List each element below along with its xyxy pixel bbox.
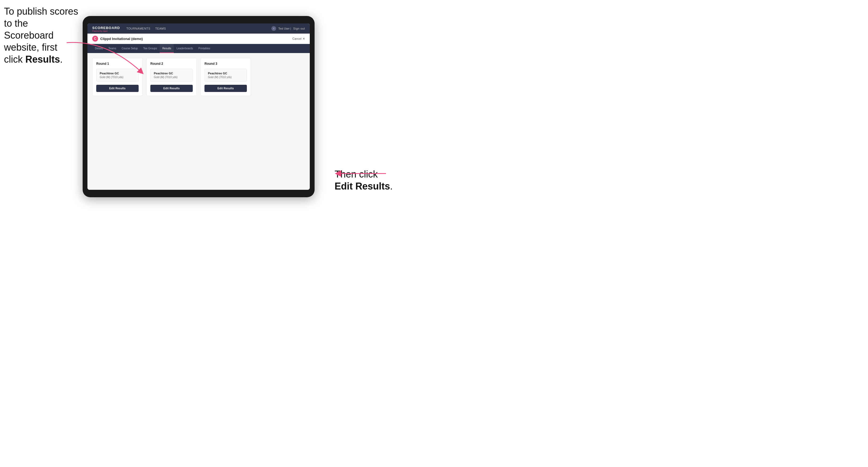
content-area: Round 1 Peachtree GC Gold (M) (7010 yds)… (87, 53, 310, 190)
tablet-device: SCOREBOARD Powered by clippd TOURNAMENTS… (83, 16, 315, 197)
round-1-course-details: Gold (M) (7010 yds) (100, 76, 135, 79)
tab-leaderboards[interactable]: Leaderboards (174, 44, 196, 53)
tournament-header: C Clippd Invitational (demo) Cancel ✕ (87, 34, 310, 44)
round-2-course-details: Gold (M) (7010 yds) (154, 76, 189, 79)
edit-results-button-3[interactable]: Edit Results (205, 85, 247, 92)
tournament-icon: C (92, 36, 98, 41)
logo-text: SCOREBOARD (92, 26, 120, 30)
sub-nav: Details Teams Course Setup Tee Groups Re… (87, 44, 310, 53)
edit-results-button-2[interactable]: Edit Results (150, 85, 193, 92)
round-card-2: Round 2 Peachtree GC Gold (M) (7010 yds)… (146, 58, 197, 96)
round-3-course-card: Peachtree GC Gold (M) (7010 yds) (205, 69, 247, 82)
user-avatar: T (271, 26, 276, 31)
rounds-grid: Round 1 Peachtree GC Gold (M) (7010 yds)… (92, 58, 305, 96)
round-card-3: Round 3 Peachtree GC Gold (M) (7010 yds)… (200, 58, 251, 96)
round-2-title: Round 2 (150, 62, 193, 66)
tab-details[interactable]: Details (92, 44, 106, 53)
cancel-button[interactable]: Cancel ✕ (292, 37, 305, 40)
nav-tournaments[interactable]: TOURNAMENTS (126, 26, 150, 31)
logo-sub: Powered by clippd (92, 30, 120, 32)
edit-results-button-1[interactable]: Edit Results (96, 85, 138, 92)
round-1-course-card: Peachtree GC Gold (M) (7010 yds) (96, 69, 138, 82)
round-3-course-name: Peachtree GC (208, 72, 243, 75)
round-2-course-card: Peachtree GC Gold (M) (7010 yds) (150, 69, 193, 82)
tab-teams[interactable]: Teams (106, 44, 119, 53)
round-1-title: Round 1 (96, 62, 138, 66)
tab-printables[interactable]: Printables (196, 44, 213, 53)
nav-links: TOURNAMENTS TEAMS (126, 26, 271, 31)
tab-results[interactable]: Results (160, 44, 174, 53)
close-icon: ✕ (303, 37, 305, 40)
sign-out-link[interactable]: Sign out (293, 26, 305, 31)
tab-course-setup[interactable]: Course Setup (119, 44, 141, 53)
tablet-screen: SCOREBOARD Powered by clippd TOURNAMENTS… (87, 24, 310, 190)
empty-column (255, 58, 305, 96)
round-3-title: Round 3 (205, 62, 247, 66)
round-card-1: Round 1 Peachtree GC Gold (M) (7010 yds)… (92, 58, 143, 96)
round-1-course-name: Peachtree GC (100, 72, 135, 75)
tab-tee-groups[interactable]: Tee Groups (141, 44, 160, 53)
top-nav: SCOREBOARD Powered by clippd TOURNAMENTS… (87, 24, 310, 34)
instruction-left: To publish scores to the Scoreboard webs… (4, 5, 79, 65)
round-2-course-name: Peachtree GC (154, 72, 189, 75)
round-3-course-details: Gold (M) (7010 yds) (208, 76, 243, 79)
tournament-title: Clippd Invitational (demo) (100, 37, 143, 41)
instruction-right: Then click Edit Results. (335, 168, 393, 192)
nav-teams[interactable]: TEAMS (155, 26, 166, 31)
user-label: Test User | (278, 27, 291, 30)
tournament-title-area: C Clippd Invitational (demo) (92, 36, 143, 41)
logo-area: SCOREBOARD Powered by clippd (92, 25, 120, 32)
nav-right: T Test User | Sign out (271, 26, 305, 31)
